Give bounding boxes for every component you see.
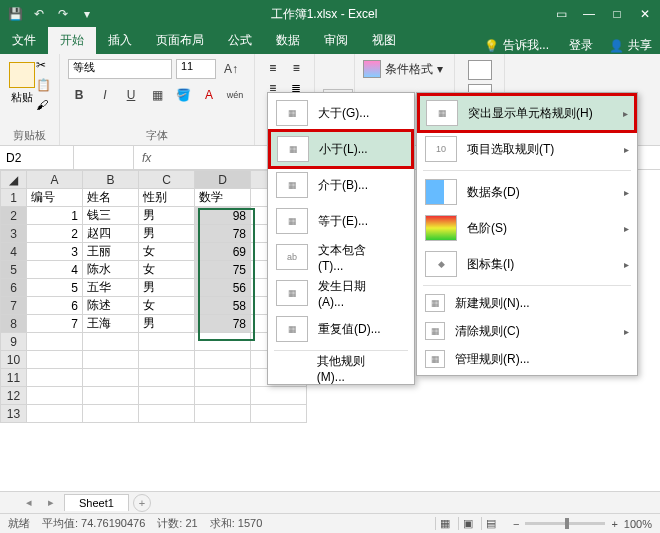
fx-label[interactable]: fx	[134, 151, 159, 165]
row-header[interactable]: 4	[1, 243, 27, 261]
cell-selected[interactable]: 78	[195, 315, 251, 333]
row-header[interactable]: 12	[1, 387, 27, 405]
cell-selected[interactable]: 98	[195, 207, 251, 225]
row-header[interactable]: 3	[1, 225, 27, 243]
minimize-icon[interactable]: —	[580, 7, 598, 21]
cell[interactable]: 6	[27, 297, 83, 315]
undo-icon[interactable]: ↶	[30, 5, 48, 23]
normal-view-icon[interactable]: ▦	[435, 517, 455, 530]
qat-more-icon[interactable]: ▾	[78, 5, 96, 23]
row-header[interactable]: 9	[1, 333, 27, 351]
col-header-c[interactable]: C	[139, 171, 195, 189]
select-all-corner[interactable]: ◢	[1, 171, 27, 189]
cell[interactable]: 女	[139, 243, 195, 261]
zoom-level[interactable]: 100%	[624, 518, 652, 530]
cell[interactable]: 4	[27, 261, 83, 279]
cell[interactable]: 五华	[83, 279, 139, 297]
add-sheet-button[interactable]: +	[133, 494, 151, 512]
menu-between[interactable]: ▦介于(B)...	[270, 167, 412, 203]
cell[interactable]: 王丽	[83, 243, 139, 261]
menu-equal[interactable]: ▦等于(E)...	[270, 203, 412, 239]
cell[interactable]: 7	[27, 315, 83, 333]
cell[interactable]: 男	[139, 279, 195, 297]
tab-review[interactable]: 审阅	[312, 27, 360, 54]
tab-home[interactable]: 开始	[48, 27, 96, 54]
share-icon[interactable]: 👤	[609, 39, 624, 53]
align-mid-icon[interactable]: ≡	[287, 58, 307, 78]
col-header-b[interactable]: B	[83, 171, 139, 189]
close-icon[interactable]: ✕	[636, 7, 654, 21]
sheet-tab[interactable]: Sheet1	[64, 494, 129, 511]
name-box[interactable]: D2	[0, 146, 74, 169]
menu-top-rules[interactable]: 10项目选取规则(T)▸	[419, 131, 635, 167]
paste-button[interactable]: 粘贴	[8, 58, 36, 108]
page-layout-icon[interactable]: ▣	[458, 517, 478, 530]
cell[interactable]: 姓名	[83, 189, 139, 207]
cell-selected[interactable]: 75	[195, 261, 251, 279]
cell[interactable]: 男	[139, 225, 195, 243]
page-break-icon[interactable]: ▤	[481, 517, 501, 530]
conditional-format-button[interactable]: 条件格式 ▾	[363, 60, 446, 78]
menu-other-rules[interactable]: 其他规则(M)...	[270, 354, 412, 382]
cell[interactable]: 性别	[139, 189, 195, 207]
row-header[interactable]: 8	[1, 315, 27, 333]
cell[interactable]: 5	[27, 279, 83, 297]
sheet-nav-prev-icon[interactable]: ◂	[20, 496, 38, 509]
cell-selected[interactable]: 69	[195, 243, 251, 261]
menu-color-scales[interactable]: 色阶(S)▸	[419, 210, 635, 246]
cell[interactable]: 男	[139, 315, 195, 333]
maximize-icon[interactable]: □	[608, 7, 626, 21]
format-painter-icon[interactable]: 🖌	[36, 98, 54, 114]
tab-file[interactable]: 文件	[0, 27, 48, 54]
cell[interactable]: 1	[27, 207, 83, 225]
align-top-icon[interactable]: ≡	[263, 58, 283, 78]
menu-date[interactable]: ▦发生日期(A)...	[270, 275, 412, 311]
row-header[interactable]: 11	[1, 369, 27, 387]
cell[interactable]: 编号	[27, 189, 83, 207]
sheet-nav-next-icon[interactable]: ▸	[42, 496, 60, 509]
bold-button[interactable]: B	[68, 84, 90, 106]
col-header-d[interactable]: D	[195, 171, 251, 189]
tab-data[interactable]: 数据	[264, 27, 312, 54]
row-header[interactable]: 2	[1, 207, 27, 225]
font-color-button[interactable]: A	[198, 84, 220, 106]
tab-view[interactable]: 视图	[360, 27, 408, 54]
copy-icon[interactable]: 📋	[36, 78, 54, 94]
cell[interactable]: 王海	[83, 315, 139, 333]
tab-formulas[interactable]: 公式	[216, 27, 264, 54]
menu-greater-than[interactable]: ▦大于(G)...	[270, 95, 412, 131]
menu-highlight-rules[interactable]: ▦突出显示单元格规则(H)▸	[419, 95, 635, 131]
menu-text-contains[interactable]: ab文本包含(T)...	[270, 239, 412, 275]
row-header[interactable]: 1	[1, 189, 27, 207]
signin-label[interactable]: 登录	[569, 37, 593, 54]
cell[interactable]: 赵四	[83, 225, 139, 243]
menu-data-bars[interactable]: 数据条(D)▸	[419, 174, 635, 210]
ribbon-options-icon[interactable]: ▭	[552, 7, 570, 21]
phonetic-button[interactable]: wén	[224, 84, 246, 106]
row-header[interactable]: 13	[1, 405, 27, 423]
italic-button[interactable]: I	[94, 84, 116, 106]
menu-manage-rules[interactable]: ▦管理规则(R)...	[419, 345, 635, 373]
cell[interactable]: 男	[139, 207, 195, 225]
cell[interactable]: 陈水	[83, 261, 139, 279]
cell[interactable]: 数学	[195, 189, 251, 207]
share-label[interactable]: 共享	[628, 37, 652, 54]
row-header[interactable]: 6	[1, 279, 27, 297]
cell[interactable]: 陈述	[83, 297, 139, 315]
cut-icon[interactable]: ✂	[36, 58, 54, 74]
tellme-icon[interactable]: 💡	[484, 39, 499, 53]
zoom-slider[interactable]	[525, 522, 605, 525]
menu-icon-sets[interactable]: ◆图标集(I)▸	[419, 246, 635, 282]
tab-layout[interactable]: 页面布局	[144, 27, 216, 54]
cell[interactable]: 女	[139, 261, 195, 279]
font-name-select[interactable]: 等线	[68, 59, 172, 79]
font-size-select[interactable]: 11	[176, 59, 216, 79]
row-header[interactable]: 10	[1, 351, 27, 369]
row-header[interactable]: 7	[1, 297, 27, 315]
fill-color-button[interactable]: 🪣	[172, 84, 194, 106]
cell[interactable]: 钱三	[83, 207, 139, 225]
menu-duplicate[interactable]: ▦重复值(D)...	[270, 311, 412, 347]
save-icon[interactable]: 💾	[6, 5, 24, 23]
cell[interactable]: 2	[27, 225, 83, 243]
border-button[interactable]: ▦	[146, 84, 168, 106]
